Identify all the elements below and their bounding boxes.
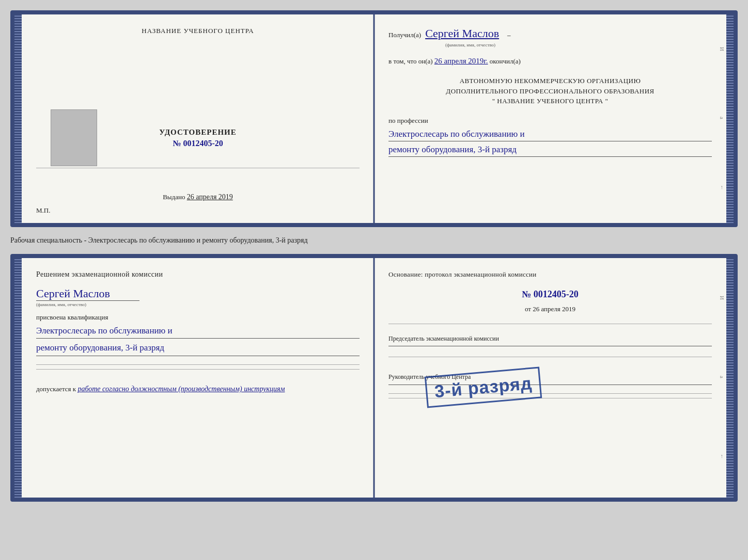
certificate-number: № 0012405-20 — [159, 139, 237, 148]
top-right-panel: И а ← Получил(а) Сергей Маслов – (фамили… — [374, 14, 726, 223]
org-line3: " НАЗВАНИЕ УЧЕБНОГО ЦЕНТРА " — [388, 96, 712, 106]
fio-label-top: (фамилия, имя, отчество) — [445, 42, 712, 47]
left-texture — [14, 14, 22, 223]
vydano-date: 26 апреля 2019 — [187, 193, 233, 201]
page-wrapper: НАЗВАНИЕ УЧЕБНОГО ЦЕНТРА УДОСТОВЕРЕНИЕ №… — [10, 10, 738, 502]
right-divider2 — [388, 357, 712, 357]
resheniem-label: Решением экзаменационной комиссии — [36, 270, 360, 279]
photo-placeholder — [51, 109, 97, 166]
predsedatel-label: Председатель экзаменационной комиссии — [388, 335, 499, 342]
top-left-panel: НАЗВАНИЕ УЧЕБНОГО ЦЕНТРА УДОСТОВЕРЕНИЕ №… — [22, 14, 374, 223]
top-certificate-card: НАЗВАНИЕ УЧЕБНОГО ЦЕНТРА УДОСТОВЕРЕНИЕ №… — [10, 10, 738, 227]
between-label: Рабочая специальность - Электрослесарь п… — [10, 233, 738, 248]
bottom-left-panel: Решением экзаменационной комиссии Сергей… — [22, 258, 374, 498]
vert-text-right: И а ← — [719, 14, 725, 223]
bottom-divider2 — [36, 369, 360, 370]
ot-label: от — [525, 305, 531, 313]
bottom-recipient-name: Сергей Маслов — [36, 287, 139, 301]
mp-label: М.П. — [36, 206, 50, 214]
org-line2: ДОПОЛНИТЕЛЬНОГО ПРОФЕССИОНАЛЬНОГО ОБРАЗО… — [388, 86, 712, 97]
dopuskaetsya-block: допускается к работе согласно должностны… — [36, 385, 360, 393]
ot-date: 26 апреля 2019 — [533, 305, 575, 313]
divider1 — [36, 168, 360, 168]
vtom-block: в том, что он(а) 26 апреля 2019г. окончи… — [388, 57, 712, 66]
right-texture — [726, 14, 734, 223]
bottom-right-panel: И а ← Основание: протокол экзаменационно… — [374, 258, 726, 498]
poluchil-label: Получил(а) — [388, 31, 421, 39]
po-professii-label: по профессии — [388, 117, 712, 125]
prisvoena-label: присвоена квалификация — [36, 313, 360, 322]
vydano-label: Выдано — [163, 193, 185, 201]
bottom-divider1 — [36, 364, 360, 365]
school-title-top: НАЗВАНИЕ УЧЕБНОГО ЦЕНТРА — [142, 27, 254, 35]
bottom-certificate-card: Решением экзаменационной комиссии Сергей… — [10, 254, 738, 502]
org-line1: АВТОНОМНУЮ НЕКОММЕРЧЕСКУЮ ОРГАНИЗАЦИЮ — [388, 76, 712, 86]
right-divider1 — [388, 324, 712, 324]
recipient-name: Сергей Маслов — [425, 27, 499, 40]
stamp-text: 3-й разряд — [434, 373, 533, 401]
osnovanie-label: Основание: протокол экзаменационной коми… — [388, 270, 712, 279]
protocol-number: № 0012405-20 — [388, 289, 712, 300]
qualification-line1: Электрослесарь по обслуживанию и — [36, 324, 360, 339]
bottom-right-texture — [726, 258, 734, 498]
okončil-label: окончил(а) — [490, 57, 521, 65]
dopuskaetsya-label: допускается к — [36, 385, 76, 393]
bottom-vert-text: И а ← — [719, 258, 725, 498]
ot-date-block: от 26 апреля 2019 — [388, 305, 712, 313]
udostoverenie-label: УДОСТОВЕРЕНИЕ — [159, 128, 237, 137]
predsedatel-sig-line — [388, 346, 712, 346]
completion-date: 26 апреля 2019г. — [434, 57, 488, 65]
profession-line1: Электрослесарь по обслуживанию и — [388, 127, 712, 141]
bottom-left-texture — [14, 258, 22, 498]
org-block: АВТОНОМНУЮ НЕКОММЕРЧЕСКУЮ ОРГАНИЗАЦИЮ ДО… — [388, 76, 712, 106]
predsedatel-block: Председатель экзаменационной комиссии — [388, 334, 712, 347]
vydano-block: Выдано 26 апреля 2019 — [163, 193, 233, 201]
vtom-label: в том, что он(а) — [388, 57, 433, 65]
dopusk-text: работе согласно должностным (производств… — [77, 385, 285, 393]
profession-line2: ремонту оборудования, 3-й разряд — [388, 142, 712, 157]
qualification-line2: ремонту оборудования, 3-й разряд — [36, 341, 360, 356]
bottom-fio-label: (фамилия, имя, отчество) — [36, 302, 360, 307]
